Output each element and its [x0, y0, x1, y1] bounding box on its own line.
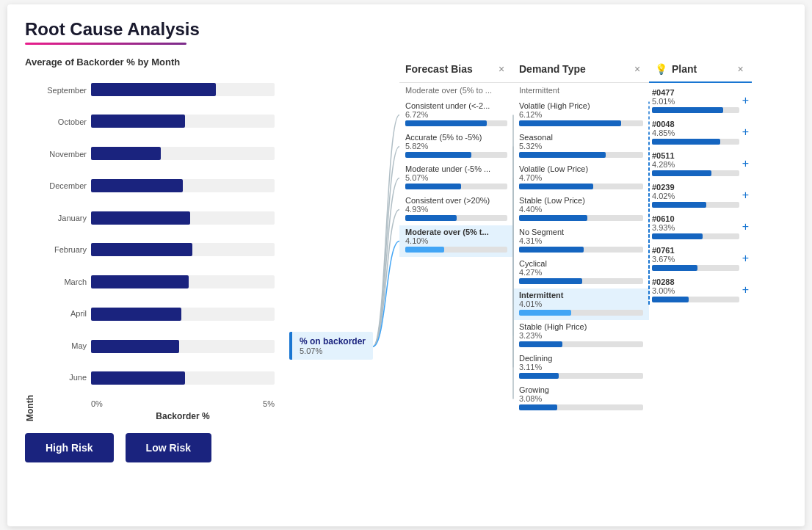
bar-item-fill: [405, 120, 487, 126]
bar-item[interactable]: Moderate over (5% t...4.10%: [399, 225, 513, 257]
plant-item[interactable]: #05114.28%+: [649, 149, 752, 181]
bar-item-fill: [519, 120, 621, 126]
plant-item[interactable]: #02883.00%+: [649, 275, 752, 307]
bar-item-label: Volatile (High Price): [519, 101, 643, 110]
bar-item-label: Accurate (5% to -5%): [405, 133, 507, 142]
bar-item-value: 4.10%: [405, 236, 507, 245]
bar-item[interactable]: Moderate under (-5% ...5.07%: [399, 162, 513, 194]
bar-row: [91, 205, 275, 231]
demand-type-subtitle: Intermittent: [513, 86, 649, 99]
plant-item-content: #05114.28%: [652, 151, 739, 176]
bar-row: [91, 140, 275, 167]
bar-item-label: Seasonal: [519, 133, 643, 142]
plant-item-plus-icon[interactable]: +: [739, 252, 749, 265]
bar-item-value: 4.27%: [519, 268, 643, 277]
bar-item[interactable]: Stable (High Price)3.23%: [513, 320, 649, 352]
tree-root-val: 5.07%: [300, 346, 366, 355]
plant-item[interactable]: #02394.02%+: [649, 181, 752, 212]
page-title: Root Cause Analysis: [25, 19, 787, 40]
plant-item-fill: [652, 297, 689, 302]
y-label-sep: September: [38, 76, 87, 104]
bar-item-fill: [519, 247, 584, 253]
plant-item-track: [652, 139, 739, 145]
plant-item-label: #0511: [652, 151, 739, 160]
plant-input[interactable]: [672, 63, 731, 75]
bar-fill: [91, 308, 181, 321]
plant-item-plus-icon[interactable]: +: [739, 94, 749, 107]
bar-item[interactable]: Intermittent4.01%: [513, 288, 649, 320]
plant-header: 💡 ×: [649, 57, 752, 83]
bar-item-label: Cyclical: [519, 259, 643, 268]
demand-type-label: Demand Type: [519, 63, 627, 75]
bar-item-fill: [405, 247, 444, 253]
bar-item[interactable]: Seasonal5.32%: [513, 131, 649, 162]
bar-fill: [91, 83, 216, 96]
plant-item-plus-icon[interactable]: +: [739, 220, 749, 233]
bar-item[interactable]: Volatile (High Price)6.12%: [513, 99, 649, 131]
bar-item-label: No Segment: [519, 228, 643, 236]
plant-item[interactable]: #00484.85%+: [649, 117, 752, 149]
bar-row: [91, 333, 275, 360]
low-risk-button[interactable]: Low Risk: [126, 433, 211, 462]
bar-item[interactable]: Growing3.08%: [513, 383, 649, 415]
plant-item[interactable]: #04775.01%+: [649, 86, 752, 117]
plant-item[interactable]: #06103.93%+: [649, 212, 752, 244]
bar-item-track: [405, 152, 507, 158]
tree-root-node: % on backorder 5.07%: [289, 332, 373, 360]
bar-fill: [91, 243, 192, 256]
bar-item-label: Consistent over (>20%): [405, 196, 507, 205]
bar-item-track: [519, 120, 643, 126]
bar-item[interactable]: Declining3.11%: [513, 352, 649, 383]
right-panel: % on backorder 5.07% Forecast Bias × Mod…: [275, 57, 787, 512]
bar-item-fill: [519, 152, 606, 158]
plant-input-wrapper[interactable]: [672, 63, 731, 75]
bar-item[interactable]: Volatile (Low Price)4.70%: [513, 162, 649, 194]
plant-item-plus-icon[interactable]: +: [739, 126, 749, 139]
bar-item-fill: [405, 152, 471, 158]
bar-item-value: 4.93%: [405, 205, 507, 214]
plant-item-plus-icon[interactable]: +: [739, 189, 749, 202]
y-label-mar: March: [38, 268, 87, 296]
bar-fill: [91, 147, 161, 160]
bar-fill: [91, 371, 185, 385]
bar-item[interactable]: Consistent under (<-2...6.72%: [399, 99, 513, 131]
bar-row: [91, 301, 275, 327]
chart-container: Month September October November Decembe…: [25, 76, 275, 421]
plant-item-label: #0761: [652, 246, 739, 255]
main-layout: Average of Backorder % by Month Month Se…: [25, 57, 787, 512]
plant-item-track: [652, 170, 739, 176]
bar-item[interactable]: Consistent over (>20%)4.93%: [399, 194, 513, 225]
bar-item-label: Intermittent: [519, 291, 643, 300]
y-label-nov: November: [38, 140, 87, 168]
tree-column: % on backorder 5.07%: [289, 57, 399, 512]
bar-item-fill: [519, 373, 559, 379]
bar-item-value: 5.07%: [405, 173, 507, 182]
plant-item-fill: [652, 265, 697, 271]
bar-item[interactable]: Cyclical4.27%: [513, 257, 649, 288]
left-panel: Average of Backorder % by Month Month Se…: [25, 57, 275, 512]
bar-item-fill: [519, 278, 582, 284]
bar-row: [91, 269, 275, 295]
plant-item-fill: [652, 139, 720, 145]
bar-item-fill: [519, 341, 562, 347]
bar-row: [91, 365, 275, 391]
bar-item[interactable]: Stable (Low Price)4.40%: [513, 194, 649, 225]
plant-item-value: 3.67%: [652, 255, 739, 264]
forecast-bias-close[interactable]: ×: [496, 63, 507, 75]
high-risk-button[interactable]: High Risk: [25, 433, 114, 462]
demand-type-close[interactable]: ×: [631, 63, 643, 75]
bar-item-value: 3.11%: [519, 363, 643, 371]
plant-item-label: #0477: [652, 88, 739, 97]
bar-item-label: Declining: [519, 354, 643, 363]
bar-item[interactable]: No Segment4.31%: [513, 225, 649, 257]
plant-close[interactable]: ×: [735, 63, 746, 75]
plant-section: 💡 × #04775.01%+#00484.85%+#05114.28%+#02…: [649, 57, 752, 512]
forecast-bias-subtitle: Moderate over (5% to ...: [399, 86, 513, 99]
bar-chart: September October November December Janu…: [38, 76, 275, 414]
plant-item-plus-icon[interactable]: +: [739, 157, 749, 170]
bar-item-fill: [519, 184, 593, 189]
bar-item-value: 5.32%: [519, 142, 643, 150]
plant-item-plus-icon[interactable]: +: [739, 283, 749, 297]
bar-item[interactable]: Accurate (5% to -5%)5.82%: [399, 131, 513, 162]
plant-item[interactable]: #07613.67%+: [649, 244, 752, 275]
